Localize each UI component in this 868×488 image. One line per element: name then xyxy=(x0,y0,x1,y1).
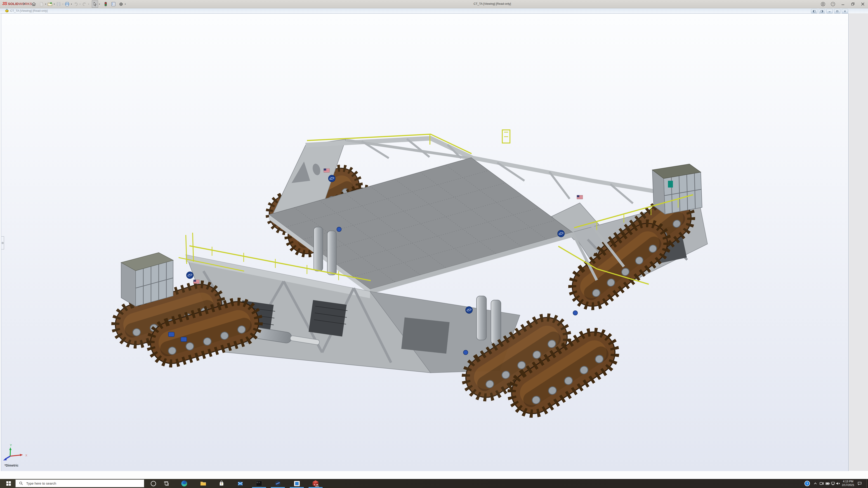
meet-now-icon[interactable] xyxy=(819,479,825,488)
command-prompt-icon[interactable]: C:\ xyxy=(254,479,265,488)
triad-y-label: Y xyxy=(10,444,12,447)
svg-text:2021: 2021 xyxy=(315,485,319,487)
running-indicator xyxy=(271,487,285,488)
triad-x-label: X xyxy=(25,454,27,457)
search-placeholder: Type here to search xyxy=(26,482,56,485)
search-icon xyxy=(19,482,23,485)
edge-icon[interactable] xyxy=(179,479,190,488)
tray-date: 2/17/2021 xyxy=(841,483,855,487)
status-strip xyxy=(0,471,868,479)
left-cab xyxy=(121,253,173,306)
feature-panel-handle[interactable] xyxy=(1,236,4,250)
file-explorer-icon[interactable] xyxy=(198,479,209,488)
cortana-icon[interactable] xyxy=(148,479,159,488)
panel-handle-dot xyxy=(2,242,4,244)
orientation-triad[interactable]: Y X xyxy=(3,444,27,460)
help-tray-icon[interactable]: ? xyxy=(804,479,811,488)
task-view-icon[interactable] xyxy=(161,479,172,488)
photos-app-icon[interactable] xyxy=(291,479,302,488)
volume-muted-icon[interactable] xyxy=(835,479,841,488)
solidworks-app-icon[interactable]: S W 2021 xyxy=(310,479,321,488)
store-icon[interactable] xyxy=(216,479,227,488)
right-cab xyxy=(652,164,702,214)
show-desktop-divider[interactable] xyxy=(866,479,867,488)
running-indicator xyxy=(252,487,266,488)
mail-icon[interactable] xyxy=(235,479,246,488)
hexagon-app-icon[interactable] xyxy=(272,479,283,488)
crawler-transporter-model: Y X xyxy=(0,0,868,488)
search-input[interactable]: Type here to search xyxy=(16,480,144,487)
running-indicator xyxy=(309,487,322,488)
chevron-up-icon[interactable] xyxy=(812,479,818,488)
running-indicator xyxy=(290,487,304,488)
clock[interactable]: 4:13 PM 2/17/2021 xyxy=(841,480,855,487)
orientation-label: *Dimetric xyxy=(4,464,18,467)
tray-time: 4:13 PM xyxy=(841,480,855,483)
battery-icon[interactable] xyxy=(825,479,831,488)
action-center-icon[interactable] xyxy=(856,479,863,488)
start-button[interactable] xyxy=(6,481,11,486)
